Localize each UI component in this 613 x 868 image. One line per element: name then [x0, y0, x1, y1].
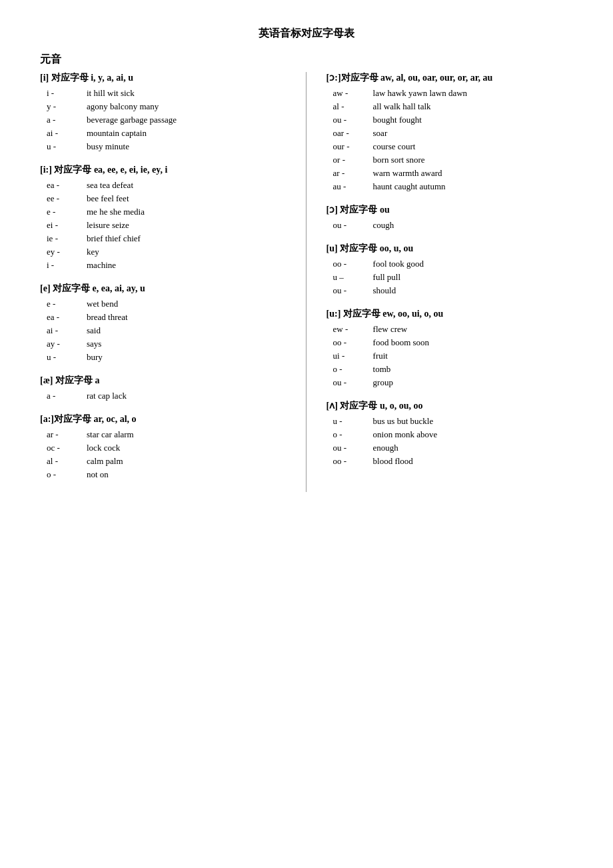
- letter-prefix: o -: [333, 429, 373, 440]
- word-list: rat cap lack: [87, 391, 127, 401]
- letter-prefix: e -: [47, 207, 87, 217]
- phoneme-row: a -beverage garbage passage: [40, 115, 293, 125]
- phoneme-row: ea -bread threat: [40, 312, 293, 323]
- phoneme-row: ie -brief thief chief: [40, 233, 293, 244]
- word-list: lock cock: [87, 443, 120, 453]
- letter-prefix: ey -: [47, 247, 87, 257]
- phoneme-group-o_long: [ɔ:]对应字母 aw, al, ou, oar, our, or, ar, a…: [326, 72, 573, 192]
- word-list: busy minute: [87, 141, 129, 152]
- phoneme-row: aw -law hawk yawn lawn dawn: [326, 88, 573, 99]
- word-list: bread threat: [87, 312, 128, 323]
- phoneme-row: oo -blood flood: [326, 456, 573, 467]
- word-list: soar: [373, 128, 388, 139]
- phoneme-row: e -wet bend: [40, 299, 293, 309]
- word-list: all walk hall talk: [373, 101, 431, 112]
- phoneme-group-lambda: [ʌ] 对应字母 u, o, ou, oou -bus us but buckl…: [326, 400, 573, 467]
- word-list: law hawk yawn lawn dawn: [373, 88, 468, 99]
- phoneme-row: ou -should: [326, 285, 573, 296]
- phoneme-row: ou -enough: [326, 443, 573, 453]
- word-list: beverage garbage passage: [87, 115, 177, 125]
- phoneme-title: [u] 对应字母 oo, u, ou: [326, 243, 573, 255]
- word-list: key: [87, 247, 99, 257]
- phoneme-title: [ʌ] 对应字母 u, o, ou, oo: [326, 400, 573, 412]
- word-list: cough: [373, 220, 394, 231]
- letter-prefix: ew -: [333, 324, 373, 335]
- phoneme-row: oar -soar: [326, 128, 573, 139]
- phoneme-row: al -all walk hall talk: [326, 101, 573, 112]
- word-list: flew crew: [373, 324, 408, 335]
- letter-prefix: ie -: [47, 233, 87, 244]
- word-list: machine: [87, 260, 116, 271]
- phoneme-group-i_short: [i] 对应字母 i, y, a, ai, ui -it hill wit si…: [40, 72, 293, 152]
- phoneme-row: o -onion monk above: [326, 429, 573, 440]
- word-list: warn warmth award: [373, 168, 442, 179]
- phoneme-group-ae: [æ] 对应字母 aa -rat cap lack: [40, 375, 293, 401]
- word-list: bee feel feet: [87, 193, 129, 204]
- phoneme-title: [a:]对应字母 ar, oc, al, o: [40, 413, 293, 425]
- letter-prefix: oc -: [47, 443, 87, 453]
- letter-prefix: or -: [333, 155, 373, 165]
- phoneme-row: au -haunt caught autumn: [326, 181, 573, 192]
- letter-prefix: y -: [47, 101, 87, 112]
- letter-prefix: oo -: [333, 456, 373, 467]
- phoneme-row: oo -fool took good: [326, 259, 573, 269]
- phoneme-row: ai -mountain captain: [40, 128, 293, 139]
- letter-prefix: ui -: [333, 351, 373, 361]
- word-list: bought fought: [373, 115, 422, 125]
- phoneme-title: [ɔ:]对应字母 aw, al, ou, oar, our, or, ar, a…: [326, 72, 573, 84]
- phoneme-group-o_short: [ɔ] 对应字母 ouou -cough: [326, 204, 573, 231]
- phoneme-row: ai -said: [40, 325, 293, 336]
- word-list: bury: [87, 352, 103, 363]
- phoneme-row: our -course court: [326, 141, 573, 152]
- word-list: star car alarm: [87, 429, 134, 440]
- word-list: born sort snore: [373, 155, 425, 165]
- phoneme-title: [i] 对应字母 i, y, a, ai, u: [40, 72, 293, 84]
- phoneme-row: ay -says: [40, 339, 293, 349]
- letter-prefix: ai -: [47, 128, 87, 139]
- phoneme-row: y -agony balcony many: [40, 101, 293, 112]
- word-list: leisure seize: [87, 220, 129, 231]
- word-list: food boom soon: [373, 337, 430, 348]
- phoneme-title: [æ] 对应字母 a: [40, 375, 293, 387]
- letter-prefix: u –: [333, 272, 373, 283]
- phoneme-group-a_long: [a:]对应字母 ar, oc, al, oar -star car alarm…: [40, 413, 293, 480]
- letter-prefix: our -: [333, 141, 373, 152]
- phoneme-row: oc -lock cock: [40, 443, 293, 453]
- phoneme-row: ou -cough: [326, 220, 573, 231]
- letter-prefix: oo -: [333, 259, 373, 269]
- letter-prefix: a -: [47, 391, 87, 401]
- letter-prefix: ai -: [47, 325, 87, 336]
- phoneme-title: [ɔ] 对应字母 ou: [326, 204, 573, 216]
- phoneme-row: o -not on: [40, 469, 293, 480]
- word-list: sea tea defeat: [87, 180, 133, 191]
- word-list: mountain captain: [87, 128, 147, 139]
- word-list: haunt caught autumn: [373, 181, 446, 192]
- phoneme-row: u -busy minute: [40, 141, 293, 152]
- word-list: group: [373, 377, 393, 388]
- word-list: not on: [87, 469, 109, 480]
- letter-prefix: i -: [47, 88, 87, 99]
- letter-prefix: ou -: [333, 220, 373, 231]
- word-list: said: [87, 325, 101, 336]
- phoneme-row: ea -sea tea defeat: [40, 180, 293, 191]
- letter-prefix: o -: [47, 469, 87, 480]
- word-list: fool took good: [373, 259, 424, 269]
- phoneme-row: ou -group: [326, 377, 573, 388]
- letter-prefix: ee -: [47, 193, 87, 204]
- letter-prefix: a -: [47, 115, 87, 125]
- phoneme-row: u –full pull: [326, 272, 573, 283]
- phoneme-group-u_long: [u:] 对应字母 ew, oo, ui, o, ouew -flew crew…: [326, 308, 573, 388]
- phoneme-group-e_short: [e] 对应字母 e, ea, ai, ay, ue -wet bendea -…: [40, 283, 293, 363]
- word-list: wet bend: [87, 299, 118, 309]
- phoneme-title: [u:] 对应字母 ew, oo, ui, o, ou: [326, 308, 573, 320]
- phoneme-row: ui -fruit: [326, 351, 573, 361]
- phoneme-title: [e] 对应字母 e, ea, ai, ay, u: [40, 283, 293, 295]
- letter-prefix: o -: [333, 364, 373, 375]
- word-list: enough: [373, 443, 398, 453]
- letter-prefix: ou -: [333, 443, 373, 453]
- phoneme-row: ei -leisure seize: [40, 220, 293, 231]
- word-list: agony balcony many: [87, 101, 159, 112]
- word-list: full pull: [373, 272, 401, 283]
- phoneme-row: ou -bought fought: [326, 115, 573, 125]
- word-list: course court: [373, 141, 416, 152]
